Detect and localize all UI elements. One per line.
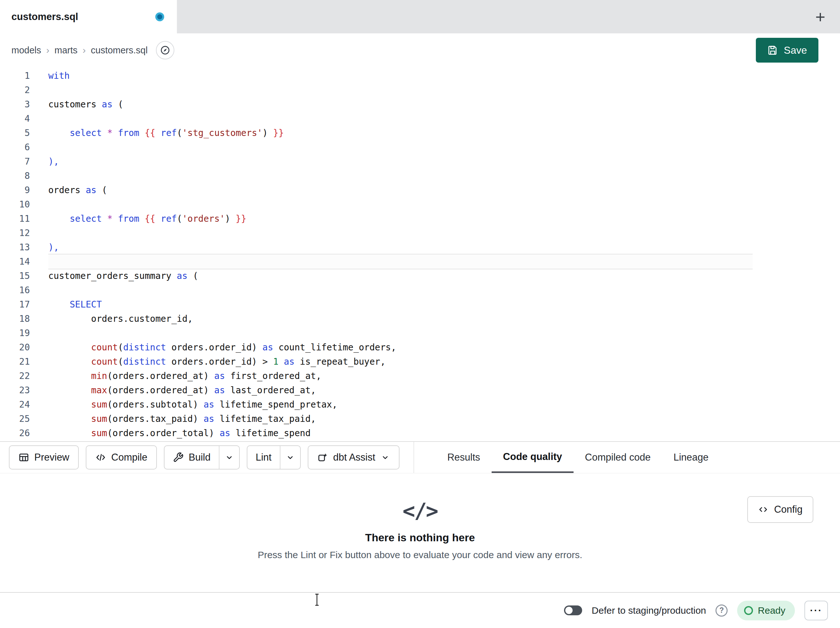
code-line[interactable] (48, 326, 840, 340)
code-line[interactable]: SELECT (48, 297, 840, 312)
tab-results-label: Results (447, 452, 480, 463)
code-line[interactable]: select * from {{ ref('orders') }} (48, 212, 840, 226)
lint-dropdown-button[interactable] (280, 446, 300, 469)
code-line[interactable] (48, 169, 840, 183)
tab-lineage[interactable]: Lineage (662, 442, 720, 473)
results-panel: Config </> There is nothing here Press t… (0, 473, 840, 592)
ready-ring-icon (744, 606, 753, 615)
tab-code-quality[interactable]: Code quality (492, 442, 573, 473)
code-line[interactable]: sum(orders.order_total) as lifetime_spen… (48, 426, 840, 440)
help-icon[interactable]: ? (715, 604, 728, 617)
line-number: 13 (0, 240, 30, 255)
build-split-button: Build (164, 445, 240, 470)
lint-button-label: Lint (256, 452, 272, 463)
compile-button[interactable]: Compile (86, 445, 157, 470)
line-number: 14 (0, 255, 30, 269)
code-icon (758, 505, 768, 515)
toggle-knob (565, 607, 573, 614)
line-number: 20 (0, 340, 30, 354)
tab-results[interactable]: Results (436, 442, 491, 473)
line-number: 5 (0, 126, 30, 140)
empty-state: </> There is nothing here Press the Lint… (0, 473, 840, 560)
code-line[interactable]: count(distinct orders.order_id) as count… (48, 340, 840, 354)
code-line[interactable] (48, 197, 840, 212)
code-line[interactable] (48, 111, 840, 126)
code-line[interactable]: sum(orders.subtotal) as lifetime_spend_p… (48, 397, 840, 412)
line-number: 2 (0, 83, 30, 97)
code-line[interactable]: with (48, 69, 840, 83)
code-slash-icon: </> (403, 499, 437, 523)
line-number: 15 (0, 269, 30, 283)
tab-code-quality-label: Code quality (503, 451, 562, 462)
ready-label: Ready (758, 605, 785, 616)
results-tab-bar: Results Code quality Compiled code Linea… (421, 442, 831, 473)
chevron-down-icon (286, 452, 295, 462)
build-dropdown-button[interactable] (219, 446, 239, 469)
code-line[interactable]: ), (48, 240, 840, 255)
line-number: 11 (0, 212, 30, 226)
code-line[interactable]: ), (48, 154, 840, 169)
code-line[interactable]: customer_orders_summary as ( (48, 269, 840, 283)
tab-lineage-label: Lineage (674, 452, 709, 463)
save-button[interactable]: Save (756, 38, 818, 63)
dbt-assist-button-label: dbt Assist (333, 452, 376, 463)
code-line[interactable]: orders as ( (48, 183, 840, 197)
empty-state-subtitle: Press the Lint or Fix button above to ev… (257, 549, 582, 560)
more-options-button[interactable]: ··· (804, 601, 828, 620)
breadcrumb-item: customers.sql (91, 45, 148, 55)
line-number: 19 (0, 326, 30, 340)
code-lines[interactable]: withcustomers as ( select * from {{ ref(… (30, 67, 840, 441)
table-icon (19, 452, 29, 463)
code-line[interactable] (48, 83, 840, 97)
code-line[interactable]: select * from {{ ref('stg_customers') }} (48, 126, 840, 140)
breadcrumb-item: models (11, 45, 41, 55)
tab-compiled-code[interactable]: Compiled code (573, 442, 662, 473)
dbt-assist-button[interactable]: dbt Assist (308, 445, 399, 470)
empty-state-title: There is nothing here (365, 532, 475, 544)
preview-button[interactable]: Preview (9, 445, 79, 470)
defer-toggle[interactable] (564, 606, 582, 615)
new-tab-button[interactable]: + (809, 5, 832, 28)
build-tool-icon (173, 452, 183, 463)
line-number: 22 (0, 369, 30, 383)
lint-button[interactable]: Lint (247, 446, 280, 469)
breadcrumb-separator: › (82, 45, 86, 55)
compass-icon (160, 45, 171, 55)
build-button-label: Build (189, 452, 210, 463)
build-button[interactable]: Build (164, 446, 219, 469)
toolbar-panel-divider (414, 442, 414, 473)
chevron-down-icon (224, 452, 234, 462)
line-number: 16 (0, 283, 30, 297)
config-button-label: Config (774, 504, 802, 515)
code-line[interactable]: customers as ( (48, 97, 840, 111)
config-button[interactable]: Config (747, 496, 813, 523)
code-editor[interactable]: 1234567891011121314151617181920212223242… (0, 67, 840, 441)
line-number: 7 (0, 154, 30, 169)
code-line[interactable] (48, 255, 753, 269)
code-line[interactable] (48, 226, 840, 240)
line-number: 8 (0, 169, 30, 183)
status-ready-badge[interactable]: Ready (737, 601, 795, 620)
tab-customers-sql[interactable]: customers.sql (0, 0, 177, 33)
tab-compiled-code-label: Compiled code (585, 452, 651, 463)
lint-split-button: Lint (247, 445, 301, 470)
tab-title: customers.sql (11, 11, 78, 22)
breadcrumb-item: marts (55, 45, 78, 55)
code-line[interactable] (48, 140, 840, 154)
code-icon (95, 452, 106, 463)
breadcrumb: models›marts›customers.sql (11, 45, 148, 55)
line-number: 3 (0, 97, 30, 111)
code-line[interactable]: orders.customer_id, (48, 312, 840, 326)
line-number: 26 (0, 426, 30, 440)
code-line[interactable] (48, 283, 840, 297)
minimap[interactable] (754, 71, 802, 139)
assist-sparkle-icon (317, 452, 328, 463)
code-line[interactable]: sum(orders.tax_paid) as lifetime_tax_pai… (48, 412, 840, 426)
canvas-compass-button[interactable] (156, 41, 174, 59)
line-number: 21 (0, 354, 30, 369)
dbt-ide-window: customers.sql + models›marts›customers.s… (0, 0, 840, 628)
code-line[interactable]: max(orders.ordered_at) as last_ordered_a… (48, 383, 840, 397)
code-line[interactable]: count(distinct orders.order_id) > 1 as i… (48, 354, 840, 369)
line-number: 6 (0, 140, 30, 154)
code-line[interactable]: min(orders.ordered_at) as first_ordered_… (48, 369, 840, 383)
